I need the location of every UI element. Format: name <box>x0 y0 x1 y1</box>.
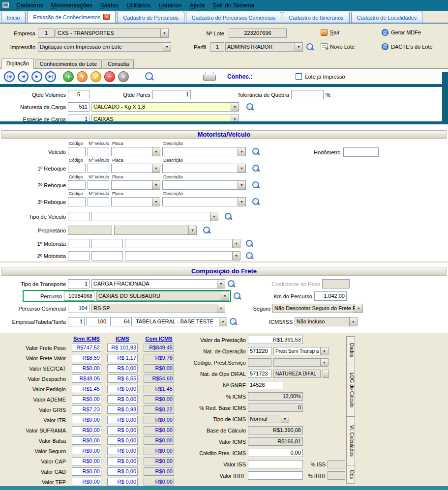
tipo-transporte-search-icon[interactable] <box>227 280 236 288</box>
dropdown-arrow-icon[interactable] <box>238 164 245 173</box>
tabela-search-icon[interactable] <box>229 317 238 326</box>
hodometro-field[interactable] <box>343 147 379 157</box>
qtde-pares-field[interactable]: 1 <box>152 90 191 99</box>
tipo-transporte-combo[interactable]: CARGA FRACIONADA <box>91 279 225 288</box>
menu-item[interactable]: Sair do Sistema <box>209 0 259 10</box>
pct-irrf-field[interactable] <box>328 471 345 480</box>
nveiculo-field[interactable] <box>88 147 109 156</box>
valor-sem-icms-field[interactable]: R$48,05 <box>72 375 101 383</box>
menu-item[interactable]: Saídas <box>96 0 122 10</box>
credito-pres-icms-field[interactable]: 0,00 <box>248 449 303 457</box>
dropdown-arrow-icon[interactable] <box>231 103 239 111</box>
dropdown-arrow-icon[interactable] <box>152 198 160 206</box>
motorista2-code-field[interactable] <box>68 251 90 260</box>
motorista1-code-field[interactable] <box>68 239 90 248</box>
menu-item[interactable]: Movimentações <box>47 0 96 10</box>
dropdown-arrow-icon[interactable] <box>152 181 160 189</box>
motorista2-doc-field[interactable] <box>91 251 123 260</box>
nav-next-icon[interactable]: ▶ <box>31 71 42 82</box>
cod-prest-code-field[interactable] <box>248 358 271 367</box>
percurso-comercial-code-field[interactable]: 104 <box>68 304 90 313</box>
tab-inicio[interactable]: Início <box>1 12 26 23</box>
printer-icon[interactable] <box>203 72 215 82</box>
tipo-transporte-code-field[interactable]: 1 <box>68 279 90 288</box>
natureza-code-field[interactable]: 511 <box>68 102 90 112</box>
km-percurso-field[interactable]: 1.042,00 <box>314 291 347 301</box>
vehicle-search-icon[interactable] <box>252 198 260 206</box>
valor-sem-icms-field[interactable]: R$747,52 <box>72 344 101 352</box>
pct-iss-field[interactable] <box>328 460 345 468</box>
percurso-code-field[interactable]: 10984068 <box>64 291 94 301</box>
novo-lote-link[interactable]: Novo Lote <box>321 43 355 50</box>
dropdown-arrow-icon[interactable] <box>152 147 160 156</box>
tab-cadastro-percursos-comerciais[interactable]: Cadastro de Percursos Comerciais <box>186 12 282 23</box>
valor-icms-field[interactable]: R$ 0,98 <box>107 405 138 414</box>
valor-icms-field[interactable]: R$ 0,00 <box>107 385 138 393</box>
dropdown-arrow-icon[interactable] <box>217 280 225 288</box>
valor-sem-icms-field[interactable]: R$0,00 <box>72 436 101 445</box>
dropdown-arrow-icon[interactable] <box>232 239 240 248</box>
perfil-search-icon[interactable] <box>306 43 314 51</box>
tolerancia-field[interactable] <box>291 90 324 99</box>
percurso-combo[interactable]: CAXIAS DO SUL/BAURU <box>96 291 229 301</box>
placa-combo[interactable] <box>111 180 160 190</box>
percurso-comercial-combo[interactable]: RS-SP <box>91 304 225 313</box>
dropdown-arrow-icon[interactable] <box>217 304 225 313</box>
dropdown-arrow-icon[interactable] <box>295 43 302 51</box>
qtde-volumes-field[interactable]: 5 <box>68 90 90 99</box>
valor-sem-icms-field[interactable]: R$0,00 <box>72 467 101 476</box>
gnre-field[interactable]: 14526 <box>248 381 283 389</box>
valor-icms-field[interactable]: R$ 6,55 <box>107 375 138 383</box>
tab-cadastro-percursos[interactable]: Cadastro de Percursos <box>117 12 184 23</box>
valor-icms-field[interactable]: R$ 0,00 <box>107 416 138 424</box>
valor-sem-icms-field[interactable]: R$0,00 <box>72 426 101 434</box>
tab-close-icon[interactable] <box>103 14 110 20</box>
perfil-code-field[interactable]: 1 <box>210 42 224 52</box>
difal-lookup-button[interactable] <box>323 370 329 378</box>
valor-iss-field[interactable] <box>248 460 303 468</box>
nveiculo-field[interactable] <box>88 197 109 206</box>
valor-icms-field[interactable]: R$ 0,00 <box>107 364 138 373</box>
dropdown-arrow-icon[interactable] <box>320 347 328 355</box>
tab-emissao-conhecimentos[interactable]: Emissão de Conhecimentos <box>27 11 116 23</box>
search-icon[interactable] <box>145 72 154 82</box>
nveiculo-field[interactable] <box>88 164 109 173</box>
tab-cadastro-localidades[interactable]: Cadastro de Localidades <box>351 12 423 23</box>
vtab-dados[interactable]: Dados <box>346 336 355 364</box>
valor-prestacao-field[interactable]: R$1.391,53 <box>248 336 303 344</box>
cod-prest-combo[interactable] <box>273 358 329 367</box>
valor-icms-field[interactable]: R$ 0,00 <box>107 467 138 476</box>
natureza-combo[interactable]: CALCADO - Kg X 1,8 <box>91 102 239 112</box>
nav-last-icon[interactable]: ▶| <box>45 71 56 82</box>
tipo-veiculo-combo[interactable] <box>91 212 218 221</box>
dropdown-arrow-icon[interactable] <box>231 115 239 121</box>
valor-irrf-field[interactable] <box>248 471 303 480</box>
valor-sem-icms-field[interactable]: R$0,00 <box>72 478 101 486</box>
motorista1-combo[interactable] <box>125 239 240 248</box>
proprietario-code-field[interactable] <box>68 226 112 235</box>
dropdown-arrow-icon[interactable] <box>219 317 227 326</box>
empresa-code-field[interactable]: 1 <box>38 29 55 38</box>
perfil-combo[interactable]: ADMINISTRADOR <box>225 42 303 52</box>
vtab-vl-calculados[interactable]: Vl. Calculados <box>346 416 355 465</box>
add-record-icon[interactable] <box>63 71 74 82</box>
coeficiente-peso-field[interactable] <box>322 279 350 288</box>
motorista1-doc-field[interactable] <box>91 239 123 248</box>
dropdown-arrow-icon[interactable] <box>188 226 196 234</box>
tarifa-field[interactable]: 64 <box>110 317 132 326</box>
valor-sem-icms-field[interactable]: R$0,00 <box>72 416 101 424</box>
motorista1-search-icon[interactable] <box>245 239 254 248</box>
motorista2-search-icon[interactable] <box>245 252 254 260</box>
dropdown-arrow-icon[interactable] <box>238 198 245 206</box>
nveiculo-field[interactable] <box>88 180 109 190</box>
menu-item[interactable]: Utilitários <box>122 0 154 10</box>
dropdown-arrow-icon[interactable] <box>349 317 357 326</box>
vtab-obs[interactable]: Obs <box>346 465 355 484</box>
menu-item[interactable]: Usuários <box>154 0 185 10</box>
vtab-log-calculo[interactable]: LOG do Cálculo <box>346 364 355 417</box>
valor-icms-field[interactable]: R$ 0,00 <box>107 436 138 445</box>
menu-item[interactable]: Cadastros <box>12 0 47 10</box>
icms-iss-combo[interactable]: Não incluso <box>295 317 358 326</box>
valor-icms-field[interactable]: R$ 0,00 <box>107 395 138 404</box>
tipo-veiculo-search-icon[interactable] <box>224 212 233 221</box>
